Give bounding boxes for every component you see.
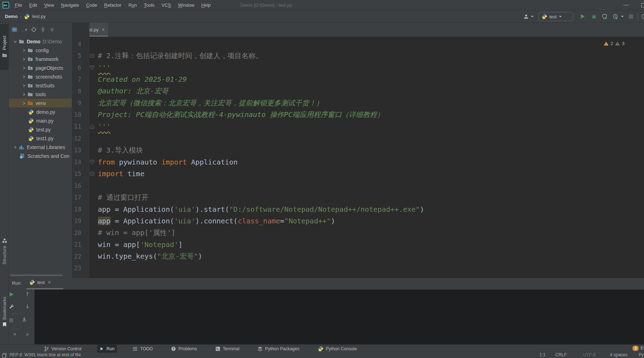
toolwindow-button-todo[interactable]: TODO — [130, 345, 155, 353]
tree-item-testsuits[interactable]: testSuits — [9, 81, 72, 90]
line-number[interactable]: 9 — [72, 99, 81, 106]
run-button[interactable] — [580, 11, 585, 22]
breadcrumb-project[interactable]: Demo — [5, 14, 18, 19]
more-actions-chevron[interactable]: » — [9, 331, 21, 337]
menu-tools[interactable]: Tools — [140, 0, 158, 11]
line-number[interactable]: 4 — [72, 41, 81, 48]
line-number[interactable]: 21 — [72, 241, 81, 248]
chevron-right-icon[interactable] — [20, 101, 27, 105]
expand-all-icon[interactable] — [40, 27, 46, 32]
code-line-12[interactable]: 12 — [72, 132, 644, 144]
line-number[interactable]: 7 — [72, 76, 81, 83]
profiler-more-button[interactable] — [621, 11, 624, 22]
code-line-14[interactable]: 14from pywinauto import Application — [72, 156, 644, 168]
user-widget[interactable] — [523, 11, 534, 22]
maximize-button[interactable] — [641, 3, 644, 7]
menu-refactor[interactable]: Refactor — [101, 0, 125, 11]
menu-file[interactable]: File — [11, 0, 26, 11]
chevron-right-icon[interactable] — [20, 84, 27, 87]
python-interpreter[interactable]: Pytho — [639, 352, 644, 357]
edit-configuration-button[interactable] — [9, 304, 21, 309]
toolwindow-button-run[interactable]: Run — [97, 345, 117, 353]
caret-position[interactable]: 1:1 — [539, 352, 545, 357]
chevron-right-icon[interactable] — [20, 49, 27, 52]
run-console-output[interactable] — [34, 290, 644, 344]
line-number[interactable]: 12 — [72, 135, 81, 142]
tree-item-screenshots[interactable]: screenshots — [9, 72, 72, 81]
chevron-right-icon[interactable] — [20, 75, 27, 79]
status-message[interactable]: PEP 8: W391 blank line at end of file — [10, 352, 81, 357]
menu-run[interactable]: Run — [125, 0, 140, 11]
chevron-right-icon[interactable] — [20, 66, 27, 70]
fold-marker-icon[interactable] — [81, 66, 98, 70]
search-everywhere-button[interactable] — [641, 11, 644, 22]
code-line-23[interactable]: 23 — [72, 263, 644, 272]
line-number[interactable]: 16 — [72, 182, 81, 189]
code-line-21[interactable]: 21win = app['Notepad'] — [72, 239, 644, 251]
tree-item-pageobjects[interactable]: pageObjects — [9, 63, 72, 72]
run-tab-test[interactable]: test × — [29, 279, 51, 285]
line-number[interactable]: 5 — [72, 52, 81, 59]
chevron-down-icon[interactable] — [12, 40, 19, 43]
minimize-button[interactable]: — — [620, 0, 632, 11]
line-number[interactable]: 11 — [72, 123, 81, 130]
menu-edit[interactable]: Edit — [26, 0, 40, 11]
line-number[interactable]: 23 — [72, 265, 81, 272]
tree-item-demo[interactable]: DemoD:\Demo — [9, 37, 72, 46]
line-number[interactable]: 13 — [72, 147, 81, 154]
stop-process-button[interactable] — [9, 318, 21, 323]
chevron-right-icon[interactable] — [20, 57, 27, 61]
fold-marker-icon[interactable] — [81, 160, 98, 164]
code-line-17[interactable]: 17# 通过窗口打开 — [72, 192, 644, 204]
code-line-6[interactable]: 6''' — [72, 62, 644, 74]
code-line-9[interactable]: 9北京宏哥（微信搜索：北京宏哥，关注宏哥，提前解锁更多测试干货！） — [72, 97, 644, 109]
project-view-icon[interactable] — [12, 27, 17, 32]
run-with-coverage-button[interactable] — [602, 11, 607, 22]
code-line-19[interactable]: 19app = Application('uia').connect(class… — [72, 215, 644, 227]
toolwindow-button-python-console[interactable]: Python Console — [315, 345, 359, 353]
code-line-5[interactable]: 5# 2.注释：包括记录创建时间，创建人，项目名称。 — [72, 50, 644, 62]
collapse-all-icon[interactable] — [49, 27, 55, 32]
close-icon[interactable]: × — [48, 279, 51, 285]
code-line-10[interactable]: 10Project: PC端自动化测试实战教程-4-pywinauto 操作PC… — [72, 109, 644, 121]
tree-item-external-libraries[interactable]: External Libraries — [9, 143, 72, 152]
file-encoding[interactable]: UTF-8 — [583, 352, 595, 357]
menu-vcs[interactable]: VCS — [158, 0, 175, 11]
scroll-to-end-button[interactable] — [21, 316, 33, 322]
line-number[interactable]: 20 — [72, 229, 81, 236]
code-line-7[interactable]: 7Created on 2025-01-29 — [72, 74, 644, 86]
toolwindow-button-problems[interactable]: Problems — [169, 345, 200, 353]
line-number[interactable]: 22 — [72, 253, 81, 260]
locate-file-icon[interactable] — [31, 27, 37, 32]
project-view-more[interactable]: ...▾ — [21, 27, 27, 32]
code-line-4[interactable]: 4 — [72, 38, 644, 50]
menu-navigate[interactable]: Navigate — [57, 0, 82, 11]
tree-item-test1-py[interactable]: test1.py — [9, 134, 72, 143]
breadcrumb-file[interactable]: test.py — [32, 14, 45, 19]
line-number[interactable]: 18 — [72, 206, 81, 213]
line-number[interactable]: 15 — [72, 170, 81, 177]
code-line-8[interactable]: 8@author: 北京-宏哥 — [72, 85, 644, 97]
tree-item-main-py[interactable]: main.py — [9, 116, 72, 125]
stripe-tab-project[interactable]: Project — [0, 24, 9, 70]
line-number[interactable]: 8 — [72, 88, 81, 95]
menu-code[interactable]: Code — [83, 0, 101, 11]
tree-item-scratches-and-con[interactable]: Scratches and Con — [9, 152, 72, 160]
editor-area[interactable]: test.py × 23 45# 2.注释：包括记录创建时间，创建人，项目名称。… — [72, 23, 644, 278]
chevron-right-icon[interactable] — [12, 146, 19, 149]
code-line-22[interactable]: 22win.type_keys("北京-宏哥") — [72, 251, 644, 263]
code-line-15[interactable]: 15import time — [72, 168, 644, 180]
stripe-tab-bookmarks[interactable]: Bookmarks — [0, 297, 9, 327]
line-number[interactable]: 17 — [72, 194, 81, 201]
line-number[interactable]: 19 — [72, 217, 81, 224]
toolwindow-button-python-packages[interactable]: Python Packages — [255, 345, 302, 353]
menu-view[interactable]: View — [40, 0, 57, 11]
rerun-button[interactable] — [9, 292, 21, 297]
fold-marker-icon[interactable] — [81, 172, 98, 175]
line-number[interactable]: 6 — [72, 64, 81, 71]
code-line-13[interactable]: 13# 3.导入模块 — [72, 144, 644, 156]
tree-item-demo-py[interactable]: demo.py — [9, 107, 72, 116]
more-actions-chevron[interactable]: » — [21, 331, 33, 337]
tree-item-test-py[interactable]: test.py — [9, 125, 72, 134]
stop-button[interactable] — [629, 11, 633, 22]
